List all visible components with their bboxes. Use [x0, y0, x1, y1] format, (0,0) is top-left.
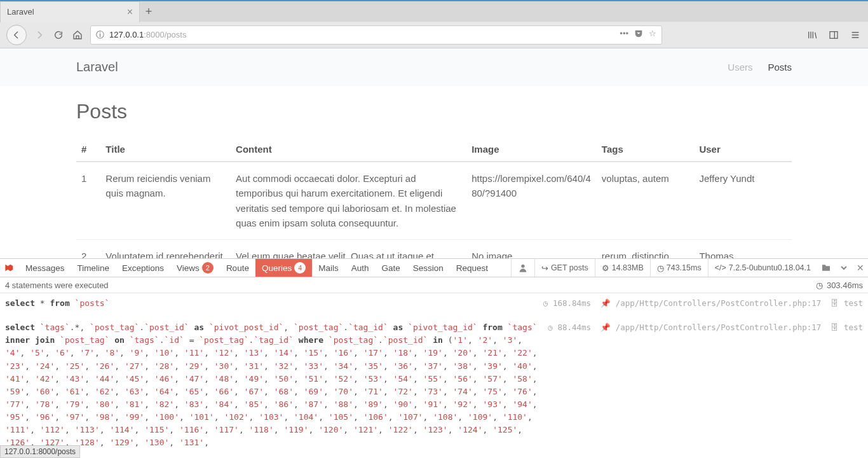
reload-button[interactable] [52, 29, 65, 41]
close-icon[interactable]: ✕ [853, 259, 868, 277]
user-icon [518, 263, 528, 273]
debugbar-subheader: 4 statements were executed ◷303.46ms [0, 277, 868, 292]
tab-route[interactable]: Route [220, 259, 255, 277]
page-title: Posts [76, 100, 792, 123]
cell-title: Rerum reiciendis veniam quis magnam. [100, 162, 231, 240]
info-icon: ⓘ [96, 29, 104, 41]
posts-table: # Title Content Image Tags User 1 Rerum … [76, 137, 792, 273]
th-title: Title [100, 137, 231, 162]
page: Laravel Users Posts Posts # Title Conten… [0, 48, 868, 292]
tab-views[interactable]: Views 2 [170, 259, 220, 277]
url-path: :8000/posts [144, 30, 186, 39]
bookmark-icon[interactable]: ☆ [649, 29, 656, 41]
svg-rect-0 [830, 31, 837, 38]
forward-button[interactable] [33, 29, 46, 41]
close-icon[interactable]: × [127, 6, 133, 18]
queries-total-time: 303.46ms [827, 281, 863, 290]
folder-icon[interactable] [817, 259, 835, 277]
cell-user: Jeffery Yundt [694, 162, 792, 240]
tab-messages[interactable]: Messages [19, 259, 71, 277]
arrow-left-icon [11, 30, 22, 40]
chevron-down-icon[interactable] [835, 259, 853, 277]
cell-content: Aut commodi occaecati dolor. Excepturi a… [231, 162, 466, 240]
th-tags: Tags [597, 137, 695, 162]
cell-image: https://lorempixel.com/640/480/?91400 [466, 162, 597, 240]
menu-icon[interactable] [849, 29, 862, 41]
brand[interactable]: Laravel [76, 60, 118, 74]
pocket-icon[interactable] [634, 29, 644, 41]
nav-toolbar: ⓘ 127.0.0.1:8000/posts ••• ☆ [0, 22, 868, 48]
debugbar-logo-icon[interactable] [0, 259, 19, 277]
arrow-right-icon [34, 30, 44, 40]
metric-php: </>7.2.5-0ubuntu0.18.04.1 [708, 259, 817, 277]
tab-queries-label: Queries [262, 263, 292, 273]
metric-route-value: GET posts [551, 263, 588, 272]
tab-views-label: Views [177, 263, 200, 273]
tab-request[interactable]: Request [450, 259, 494, 277]
tab-title: Laravel [7, 7, 34, 17]
share-icon: ↪ [541, 263, 548, 273]
cell-id: 1 [76, 162, 100, 240]
metric-user[interactable] [511, 259, 534, 277]
metric-time: ◷743.15ms [650, 259, 708, 277]
tab-bar: Laravel × + [0, 0, 868, 22]
th-image: Image [466, 137, 597, 162]
queries-summary: 4 statements were executed [5, 281, 109, 290]
views-badge: 2 [202, 262, 214, 274]
queries-badge: 4 [294, 262, 306, 274]
clock-icon: ◷ [816, 281, 823, 290]
reload-icon [53, 30, 64, 40]
tab-mails[interactable]: Mails [312, 259, 345, 277]
chip-icon: ⚙ [602, 263, 609, 273]
url-bar[interactable]: ⓘ 127.0.0.1:8000/posts ••• ☆ [90, 25, 662, 45]
code-icon: </> [715, 263, 726, 272]
home-button[interactable] [71, 29, 84, 41]
th-content: Content [231, 137, 466, 162]
tab-exceptions[interactable]: Exceptions [116, 259, 170, 277]
metric-php-value: 7.2.5-0ubuntu0.18.04.1 [729, 263, 811, 272]
clock-icon: ◷ [657, 263, 664, 273]
tab-auth[interactable]: Auth [345, 259, 376, 277]
nav-link-users[interactable]: Users [728, 62, 752, 73]
debugbar-tabs: Messages Timeline Exceptions Views 2 Rou… [0, 258, 868, 277]
metric-route[interactable]: ↪GET posts [534, 259, 595, 277]
tab-timeline[interactable]: Timeline [71, 259, 116, 277]
tab-queries[interactable]: Queries 4 [255, 259, 312, 277]
table-row: 1 Rerum reiciendis veniam quis magnam. A… [76, 162, 792, 240]
browser-tab[interactable]: Laravel × [0, 1, 140, 22]
browser-chrome: Laravel × + ⓘ 127.0.0.1:8000/posts ••• ☆ [0, 0, 868, 48]
sidebar-icon[interactable] [827, 29, 840, 41]
back-button[interactable] [6, 25, 27, 45]
cell-tags: voluptas, autem [597, 162, 695, 240]
metric-memory: ⚙14.83MB [595, 259, 650, 277]
home-icon [72, 30, 83, 40]
more-icon[interactable]: ••• [620, 29, 628, 41]
site-nav: Laravel Users Posts [0, 48, 868, 86]
nav-link-posts[interactable]: Posts [768, 62, 792, 73]
tab-session[interactable]: Session [407, 259, 450, 277]
tab-gate[interactable]: Gate [375, 259, 406, 277]
metric-time-value: 743.15ms [667, 263, 702, 272]
th-id: # [76, 137, 100, 162]
th-user: User [694, 137, 792, 162]
metric-memory-value: 14.83MB [612, 263, 644, 272]
new-tab-button[interactable]: + [140, 5, 158, 18]
url-host: 127.0.0.1 [109, 30, 144, 39]
svg-point-2 [521, 265, 524, 268]
library-icon[interactable] [806, 29, 818, 41]
